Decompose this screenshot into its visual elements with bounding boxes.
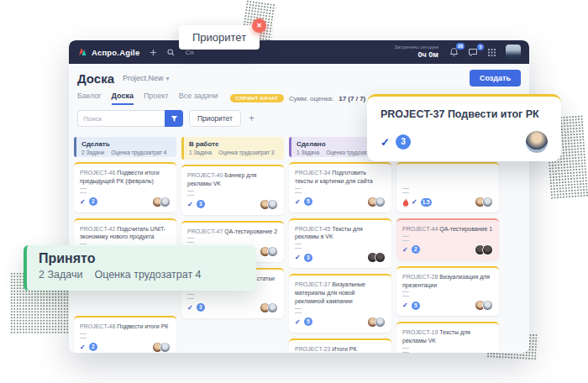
column-header: Сделать2 ЗадачиОценка трудозатрат 4 bbox=[74, 137, 176, 157]
description-icon bbox=[187, 294, 194, 299]
task-card-title: PROJECT-42 Подсчитать UNIT-экономику нов… bbox=[80, 225, 171, 242]
task-card-footer: ✓2 bbox=[80, 197, 171, 207]
avatar bbox=[482, 300, 493, 311]
task-id: PROJECT-28 bbox=[402, 274, 438, 280]
description-icon bbox=[295, 308, 302, 313]
task-card-footer: ✓1.5 bbox=[402, 197, 493, 207]
accepted-column-estimate: Оценка трудозатрат 4 bbox=[94, 269, 201, 281]
tab-Доска[interactable]: Доска bbox=[112, 92, 134, 105]
assignee-avatars bbox=[475, 197, 493, 207]
description-icon bbox=[187, 191, 194, 196]
task-card-footer: ✓2 bbox=[80, 342, 171, 353]
column-task-count: 1 Задача bbox=[297, 150, 319, 155]
add-icon[interactable] bbox=[150, 49, 157, 56]
add-filter-button[interactable]: + bbox=[249, 113, 255, 124]
task-card-footer: ✓3 bbox=[187, 302, 278, 313]
check-icon: ✓ bbox=[80, 344, 86, 351]
description-icon bbox=[402, 188, 409, 193]
kanban-board: Сделать2 ЗадачиОценка трудозатрат 4PROJE… bbox=[69, 130, 529, 353]
task-card[interactable]: PROJECT-37 Визуальные материалы для ново… bbox=[289, 274, 391, 332]
avatar bbox=[160, 197, 171, 207]
accepted-column-meta: 2 Задачи Оценка трудозатрат 4 bbox=[39, 269, 244, 281]
priority-filter-chip[interactable]: Приоритет bbox=[189, 110, 241, 127]
notifications-button[interactable]: 28 bbox=[449, 47, 459, 57]
estimate-badge: 1.5 bbox=[421, 198, 432, 207]
tab-Проект[interactable]: Проект bbox=[144, 92, 169, 105]
description-icon bbox=[187, 238, 194, 243]
avatar bbox=[375, 317, 386, 328]
task-card[interactable]: PROJECT-45 Тексты для рекламы в VK✓3 bbox=[289, 218, 391, 269]
column-name: Сделать bbox=[81, 140, 171, 148]
user-avatar[interactable] bbox=[506, 45, 521, 60]
project-selector[interactable]: Project.New ▾ bbox=[123, 74, 170, 82]
column-task-count: 2 Задачи bbox=[81, 150, 104, 155]
avatar bbox=[482, 244, 493, 255]
task-id: PROJECT-42 bbox=[80, 226, 115, 232]
app-logo[interactable]: Аспро.Agile bbox=[77, 47, 139, 57]
avatar bbox=[375, 197, 386, 207]
filter-button[interactable] bbox=[165, 110, 183, 127]
app-name: Аспро.Agile bbox=[92, 48, 139, 57]
check-icon: ✓ bbox=[295, 254, 301, 261]
search-input[interactable] bbox=[77, 110, 165, 127]
task-id: PROJECT-44 bbox=[402, 226, 438, 232]
sprint-info: СПРИНТ НАЧАТ Сумм. оценка: 17 (7 / 7) ? bbox=[230, 94, 379, 102]
task-popup[interactable]: PROJECT-37 Подвести итог РК ✓ 3 bbox=[367, 94, 561, 161]
task-card[interactable]: PROJECT-48 Подвести итоги РК✓2 bbox=[74, 316, 176, 353]
task-card[interactable]: PROJECT-23 Итоги РК✓5 bbox=[289, 338, 391, 353]
description-icon bbox=[80, 333, 87, 338]
tab-Все задачи[interactable]: Все задачи bbox=[179, 92, 218, 105]
task-card-footer: ✓5 bbox=[402, 300, 493, 311]
sprint-status-badge: СПРИНТ НАЧАТ bbox=[230, 94, 284, 102]
chevron-down-icon: ▾ bbox=[166, 75, 170, 82]
board-column: ✓1.5PROJECT-44 QA-тестирование 1✓2PROJEC… bbox=[396, 137, 499, 353]
task-card[interactable]: PROJECT-46 Подвести итоги предыдущей РК … bbox=[74, 162, 176, 212]
chat-icon bbox=[468, 48, 478, 57]
estimate-badge: 5 bbox=[412, 302, 420, 310]
estimate-badge: 5 bbox=[304, 197, 312, 206]
task-id: PROJECT-37 bbox=[295, 281, 330, 287]
apps-menu-button[interactable] bbox=[487, 48, 496, 57]
avatar bbox=[375, 252, 386, 263]
tab-Баклог[interactable]: Баклог bbox=[77, 92, 102, 105]
task-card-title: PROJECT-34 Подготовить тексты и картинки… bbox=[295, 169, 386, 186]
check-icon: ✓ bbox=[381, 136, 390, 149]
assignee-avatars bbox=[260, 302, 278, 313]
logo-icon bbox=[77, 47, 87, 57]
avatar bbox=[267, 199, 278, 210]
task-id: PROJECT-19 bbox=[402, 329, 438, 335]
project-selector-value: Project.New bbox=[123, 74, 164, 82]
task-card-footer: ✓2 bbox=[402, 244, 493, 255]
check-icon: ✓ bbox=[80, 198, 86, 206]
estimate-badge: 3 bbox=[396, 134, 411, 150]
estimate-badge: 3 bbox=[197, 200, 205, 208]
task-card[interactable]: PROJECT-28 Визуализация для презентации✓… bbox=[396, 266, 499, 317]
column-estimate: Оценка трудозатрат 3 bbox=[218, 150, 274, 155]
close-icon[interactable]: ✕ bbox=[252, 18, 266, 33]
assignee-avatars bbox=[152, 197, 171, 207]
task-id: PROJECT-40 bbox=[187, 172, 223, 178]
column-meta: 2 ЗадачиОценка трудозатрат 4 bbox=[81, 150, 171, 155]
avatar bbox=[482, 197, 493, 207]
task-card[interactable]: PROJECT-19 Тексты для рекламы VK✓5 bbox=[396, 322, 499, 353]
create-button[interactable]: Создать bbox=[470, 70, 521, 87]
task-card[interactable]: ✓1.5 bbox=[396, 162, 499, 212]
task-card-title: PROJECT-19 Тексты для рекламы VK bbox=[402, 328, 493, 345]
task-card-footer: ✓5 bbox=[295, 197, 386, 207]
task-card-title: PROJECT-23 Итоги РК bbox=[295, 345, 386, 353]
task-id: PROJECT-45 bbox=[295, 226, 330, 232]
check-icon: ✓ bbox=[187, 304, 193, 312]
estimate-badge: 3 bbox=[197, 303, 205, 312]
task-card[interactable]: PROJECT-44 QA-тестирование 1✓2 bbox=[396, 218, 499, 260]
assignee-avatars bbox=[367, 197, 386, 207]
task-card[interactable]: PROJECT-34 Подготовить тексты и картинки… bbox=[289, 162, 391, 212]
task-card[interactable]: PROJECT-40 Баннер для рекламы VK✓3 bbox=[181, 165, 284, 215]
avatar bbox=[267, 246, 278, 257]
assignee-avatars bbox=[260, 246, 278, 257]
fire-icon bbox=[402, 198, 409, 207]
app-window: Аспро.Agile Сп Затрачено сегодня 0ч 0м 2… bbox=[69, 40, 529, 353]
task-card-footer: ✓5 bbox=[295, 317, 386, 328]
messages-button[interactable]: 5 bbox=[468, 48, 478, 57]
column-estimate: Оценка трудозатрат 4 bbox=[111, 150, 166, 155]
search-icon[interactable] bbox=[167, 49, 175, 56]
